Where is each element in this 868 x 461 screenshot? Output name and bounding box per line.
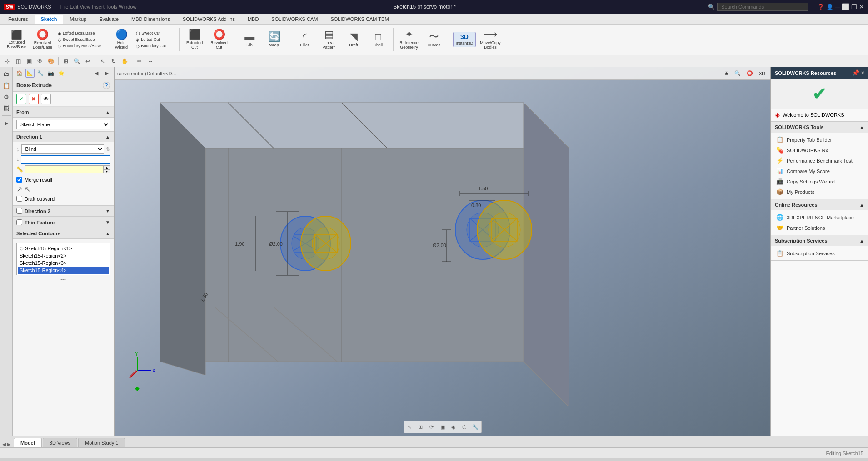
panel-icon-2[interactable]: 📐 xyxy=(25,69,35,78)
3dexperience-item[interactable]: 🌐 3DEXPERIENCE Marketplace xyxy=(774,212,865,223)
sketch-btn[interactable]: ✏ xyxy=(135,56,145,66)
panel-nav-back[interactable]: ◀ xyxy=(92,69,101,78)
merge-result-label[interactable]: Merge result xyxy=(25,177,52,183)
dir2-section-header[interactable]: Direction 2 ▼ xyxy=(13,205,114,217)
tab-sw-cam[interactable]: SOLIDWORKS CAM xyxy=(265,15,324,24)
vp-tb-4[interactable]: ▣ xyxy=(438,422,448,432)
tab-scroll-left[interactable]: ◀ xyxy=(2,441,6,447)
property-tab-builder-item[interactable]: 📋 Property Tab Builder xyxy=(774,134,865,145)
perf-benchmark-item[interactable]: ⚡ Performance Benchmark Test xyxy=(774,155,865,166)
flip-icon-1[interactable]: ↗ xyxy=(16,185,22,193)
right-panel-close-btn[interactable]: × xyxy=(861,69,864,76)
subscription-services-item[interactable]: 📋 Subscription Services xyxy=(774,248,865,258)
partner-solutions-item[interactable]: 🤝 Partner Solutions xyxy=(774,223,865,233)
btn-revolved-cut[interactable]: ⭕ RevolvedCut xyxy=(208,28,230,51)
tab-sketch[interactable]: Sketch xyxy=(35,15,63,24)
search-input[interactable] xyxy=(717,3,808,11)
btn-swept-boss[interactable]: ◇ Swept Boss/Base xyxy=(56,37,102,43)
panel-resize-handle[interactable]: ••• xyxy=(13,278,114,281)
btn-boundary-boss[interactable]: ◇ Boundary Boss/Base xyxy=(56,43,102,49)
vp-tb-1[interactable]: ↖ xyxy=(405,422,415,432)
view-display-btn[interactable]: ▣ xyxy=(24,56,34,66)
zoom-fit-btn[interactable]: ⊞ xyxy=(61,56,71,66)
from-select[interactable]: Sketch Plane xyxy=(16,120,110,129)
config-manager-btn[interactable]: ⚙ xyxy=(1,92,11,102)
btn-lofted-cut[interactable]: ◈ Lofted Cut xyxy=(135,37,175,43)
btn-curves[interactable]: 〜 Curves xyxy=(423,30,445,49)
btn-reference-geometry[interactable]: ✦ ReferenceGeometry xyxy=(397,28,421,51)
draft-outward-label[interactable]: Draft outward xyxy=(25,196,55,202)
tab-model[interactable]: Model xyxy=(14,438,42,447)
confirm-btn[interactable]: ✔ xyxy=(16,94,26,104)
dir1-spin-down[interactable]: ▼ xyxy=(104,169,110,173)
draft-outward-checkbox[interactable] xyxy=(16,196,22,202)
pan-btn[interactable]: ✋ xyxy=(120,56,130,66)
tab-markup[interactable]: Markup xyxy=(64,15,93,24)
contour-item-4[interactable]: Sketch15-Region<4> xyxy=(18,267,109,274)
btn-swept-cut[interactable]: ⬡ Swept Cut xyxy=(135,30,175,36)
thin-feature-checkbox[interactable] xyxy=(16,219,22,225)
vp-tb-3[interactable]: ⟳ xyxy=(427,422,437,432)
subscription-header[interactable]: Subscription Services ▲ xyxy=(771,235,868,246)
btn-rib[interactable]: ▬ Rib xyxy=(238,30,261,49)
btn-extruded-boss[interactable]: ⬛ ExtrudedBoss/Base xyxy=(5,29,29,50)
panel-icon-4[interactable]: 📷 xyxy=(46,69,55,78)
panel-icon-3[interactable]: 🔧 xyxy=(36,69,45,78)
motion-study-btn[interactable]: ▶ xyxy=(1,118,11,128)
display-manager-btn[interactable]: 🖼 xyxy=(1,103,11,113)
panel-icon-1[interactable]: 🏠 xyxy=(15,69,24,78)
btn-boundary-cut[interactable]: ◇ Boundary Cut xyxy=(135,43,175,49)
vp-tb-2[interactable]: ⊞ xyxy=(416,422,426,432)
vp-zoom-btn[interactable]: 🔍 xyxy=(732,69,743,77)
thin-feature-section-header[interactable]: Thin Feature ▼ xyxy=(13,217,114,228)
panel-nav-fwd[interactable]: ▶ xyxy=(102,69,111,78)
btn-draft[interactable]: ◥ Draft xyxy=(342,30,365,49)
vp-tb-7[interactable]: 🔧 xyxy=(470,422,480,432)
btn-fillet[interactable]: ◜ Fillet xyxy=(293,30,316,49)
search-area[interactable]: 🔍 xyxy=(708,3,808,11)
minimize-btn[interactable]: ─ xyxy=(835,3,840,10)
sw-tools-header[interactable]: SOLIDWORKS Tools ▲ xyxy=(771,122,868,133)
tab-mbd[interactable]: MBD xyxy=(242,15,264,24)
tab-evaluate[interactable]: Evaluate xyxy=(93,15,125,24)
hide-show-btn[interactable]: 👁 xyxy=(35,56,45,66)
property-manager-btn[interactable]: 📋 xyxy=(1,80,11,90)
btn-move-copy[interactable]: ⟶ Move/CopyBodies xyxy=(478,28,503,51)
select-btn[interactable]: ↖ xyxy=(98,56,108,66)
sw-rx-item[interactable]: 💊 SOLIDWORKS Rx xyxy=(774,145,865,155)
btn-instant3d[interactable]: 3D Instant3D xyxy=(453,32,476,47)
contours-section-header[interactable]: Selected Contours ▲ xyxy=(13,228,114,239)
btn-revolved-boss[interactable]: ⭕ RevolvedBoss/Base xyxy=(30,28,55,51)
edit-appearance-btn[interactable]: 🎨 xyxy=(46,56,56,66)
copy-settings-item[interactable]: 📠 Copy Settings Wizard xyxy=(774,176,865,187)
tab-3d-views[interactable]: 3D Views xyxy=(43,438,77,447)
contour-item-1[interactable]: ◇ Sketch15-Region<1> xyxy=(18,244,109,252)
btn-linear-pattern[interactable]: ▤ LinearPattern xyxy=(318,28,340,51)
compare-score-item[interactable]: 📊 Compare My Score xyxy=(774,166,865,176)
dir1-type-select[interactable]: Blind xyxy=(21,144,105,154)
maximize-btn[interactable]: ⬜ xyxy=(842,3,849,10)
vp-orient-btn[interactable]: ⭕ xyxy=(744,69,755,77)
help-btn[interactable]: ? xyxy=(103,82,110,89)
btn-extruded-cut[interactable]: ⬛ ExtrudedCut xyxy=(183,28,206,51)
view-orient-btn[interactable]: ⊹ xyxy=(2,56,12,66)
online-resources-header[interactable]: Online Resources ▲ xyxy=(771,199,868,210)
help-icon[interactable]: ❓ xyxy=(817,4,824,10)
rotate-btn[interactable]: ↻ xyxy=(109,56,119,66)
vp-3d-btn[interactable]: 3D xyxy=(757,70,768,77)
dir1-flip-icon[interactable]: ⇅ xyxy=(106,146,110,152)
tab-sw-cam-tbm[interactable]: SOLIDWORKS CAM TBM xyxy=(324,15,394,24)
tab-motion-study[interactable]: Motion Study 1 xyxy=(78,438,125,447)
dir1-section-header[interactable]: Direction 1 ▲ xyxy=(13,131,114,142)
btn-hole-wizard[interactable]: 🔵 HoleWizard xyxy=(110,28,133,51)
vp-tb-6[interactable]: ⬡ xyxy=(459,422,469,432)
from-section-header[interactable]: From ▲ xyxy=(13,107,114,118)
tab-mbd-dimensions[interactable]: MBD Dimensions xyxy=(125,15,176,24)
feature-manager-btn[interactable]: 🗂 xyxy=(1,69,11,79)
welcome-item[interactable]: ◈ Welcome to SOLIDWORKS xyxy=(771,109,868,121)
vp-normal-view-btn[interactable]: ⊞ xyxy=(722,69,731,77)
dir1-depth-input[interactable]: 1.50mm xyxy=(25,165,104,173)
tab-scroll-right[interactable]: ▶ xyxy=(7,441,10,447)
contour-item-3[interactable]: Sketch15-Region<3> xyxy=(18,259,109,267)
prev-view-btn[interactable]: ↩ xyxy=(83,56,93,66)
